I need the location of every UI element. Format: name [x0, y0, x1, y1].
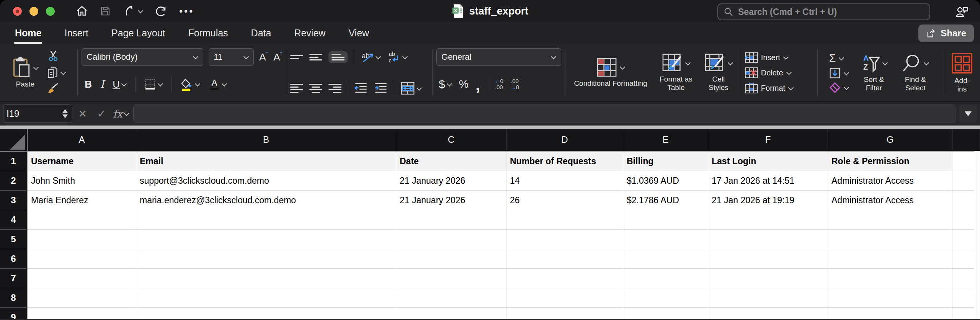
cell-F9[interactable] [708, 308, 828, 319]
cell-A7[interactable] [28, 269, 136, 288]
column-header-A[interactable]: A [28, 129, 136, 150]
column-header-G[interactable]: G [828, 129, 952, 150]
minimize-button[interactable] [29, 7, 38, 16]
cell-G3[interactable]: Administrator Access [828, 191, 952, 210]
comma-format-button[interactable]: , [475, 80, 480, 88]
cell-C7[interactable] [396, 269, 506, 288]
percent-format-button[interactable]: % [459, 78, 469, 90]
cell-B1[interactable]: Email [136, 152, 396, 171]
shrink-font-button[interactable]: Aˇ [273, 51, 282, 63]
search-box[interactable] [717, 3, 930, 20]
cell-C8[interactable] [396, 288, 506, 308]
undo-chevron-icon[interactable] [138, 8, 143, 13]
cell-G8[interactable] [828, 288, 952, 308]
font-color-button[interactable]: A [209, 78, 227, 91]
cell-E3[interactable]: $2.1786 AUD [623, 191, 708, 210]
cell-D6[interactable] [506, 249, 623, 269]
cell-D4[interactable] [506, 210, 623, 230]
cell-A9[interactable] [28, 308, 136, 319]
grow-font-button[interactable]: Aˆ [259, 51, 268, 63]
cell-E2[interactable]: $1.0369 AUD [623, 171, 708, 191]
cell-C3[interactable]: 21 January 2026 [396, 191, 506, 210]
cell-C5[interactable] [396, 230, 506, 249]
fill-color-button[interactable] [180, 78, 200, 91]
cell-F8[interactable] [708, 288, 828, 308]
font-name-select[interactable]: Calibri (Body) [82, 48, 203, 66]
decrease-indent-button[interactable] [354, 82, 368, 95]
italic-button[interactable]: I [100, 78, 104, 90]
align-bottom-button[interactable] [328, 51, 348, 63]
row-header-3[interactable]: 3 [0, 191, 28, 210]
cell-A2[interactable]: John Smith [28, 171, 136, 191]
cell-E8[interactable] [623, 288, 708, 308]
decrease-decimal-button[interactable]: .00→0 [510, 78, 519, 90]
cell-C2[interactable]: 21 January 2026 [396, 171, 506, 191]
row-header-5[interactable]: 5 [0, 230, 28, 249]
cell-B8[interactable] [136, 288, 396, 308]
share-button[interactable]: Share [918, 24, 974, 42]
format-painter-icon[interactable] [47, 82, 66, 96]
confirm-entry-icon[interactable]: ✓ [94, 108, 109, 120]
cell-E5[interactable] [623, 230, 708, 249]
vertical-scrollbar[interactable] [974, 151, 980, 319]
zoom-button[interactable] [46, 7, 55, 16]
account-icon[interactable] [954, 4, 969, 21]
cell-A6[interactable] [28, 249, 136, 269]
column-header-E[interactable]: E [623, 129, 708, 150]
cell-styles-button[interactable]: Cell Styles [700, 44, 737, 101]
column-header-B[interactable]: B [136, 129, 396, 150]
cell-D2[interactable]: 14 [506, 171, 623, 191]
cell-A3[interactable]: Maria Enderez [28, 191, 136, 210]
cell-D7[interactable] [506, 269, 623, 288]
cell-D8[interactable] [506, 288, 623, 308]
cell-F2[interactable]: 17 Jan 2026 at 14:51 [708, 171, 828, 191]
column-header-F[interactable]: F [708, 129, 828, 150]
undo-button[interactable] [122, 5, 143, 18]
borders-button[interactable] [144, 78, 163, 90]
search-input[interactable] [737, 7, 919, 18]
wrap-text-button[interactable]: abc [387, 50, 408, 64]
cell-F5[interactable] [708, 230, 828, 249]
addins-button[interactable]: Add-ins [948, 44, 976, 101]
align-left-button[interactable] [290, 84, 303, 93]
delete-cells-button[interactable]: Delete [745, 67, 794, 78]
cell-F3[interactable]: 21 Jan 2026 at 19:19 [708, 191, 828, 210]
copy-button[interactable] [47, 66, 66, 79]
format-as-table-button[interactable]: Format as Table [652, 44, 700, 101]
row-header-1[interactable]: 1 [0, 152, 28, 171]
tab-insert[interactable]: Insert [64, 25, 89, 41]
cell-E6[interactable] [623, 249, 708, 269]
cell-F6[interactable] [708, 249, 828, 269]
cell-D1[interactable]: Number of Requests [506, 152, 623, 171]
row-header-7[interactable]: 7 [0, 269, 28, 288]
redo-button[interactable] [155, 5, 168, 18]
row-header-8[interactable]: 8 [0, 288, 28, 308]
insert-cells-button[interactable]: Insert [745, 52, 794, 63]
cell-A5[interactable] [28, 230, 136, 249]
cell-E1[interactable]: Billing [623, 152, 708, 171]
paste-button[interactable]: Paste [12, 57, 39, 88]
cell-E7[interactable] [623, 269, 708, 288]
cell-G9[interactable] [828, 308, 952, 319]
cell-A1[interactable]: Username [28, 152, 136, 171]
number-format-select[interactable]: General [436, 48, 561, 66]
save-icon[interactable] [100, 5, 111, 17]
cut-button[interactable] [47, 49, 66, 63]
cell-D3[interactable]: 26 [506, 191, 623, 210]
row-header-9[interactable]: 9 [0, 308, 28, 319]
cell-F1[interactable]: Last Login [708, 152, 828, 171]
select-all-corner[interactable] [0, 129, 28, 151]
find-select-button[interactable]: Find & Select [899, 44, 932, 101]
cancel-entry-icon[interactable]: ✕ [75, 108, 90, 120]
cell-B5[interactable] [136, 230, 396, 249]
cell-B7[interactable] [136, 269, 396, 288]
tab-review[interactable]: Review [293, 25, 326, 41]
fill-button[interactable] [829, 67, 849, 79]
formula-input[interactable] [133, 104, 956, 123]
close-button[interactable] [13, 7, 22, 16]
cell-G4[interactable] [828, 210, 952, 230]
name-box-stepper[interactable] [62, 109, 68, 118]
insert-function-button[interactable]: fx [113, 108, 129, 120]
name-box[interactable]: I19 [3, 104, 71, 123]
cell-F7[interactable] [708, 269, 828, 288]
